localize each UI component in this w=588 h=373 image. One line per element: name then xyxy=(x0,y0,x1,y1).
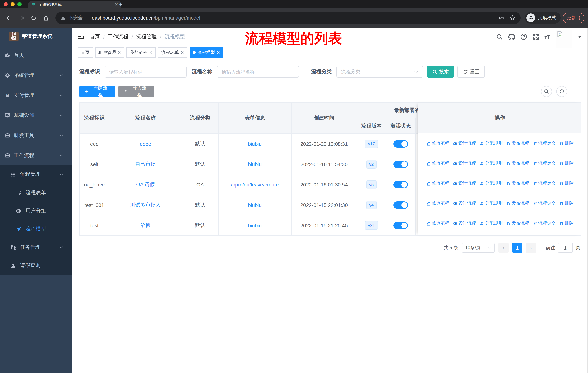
delete-process-link[interactable]: 删除 xyxy=(559,220,574,227)
process-name-link[interactable]: 滔博 xyxy=(140,222,151,228)
tag-process-model[interactable]: 流程模型✕ xyxy=(189,47,223,58)
caret-down-icon[interactable] xyxy=(578,36,581,38)
search-button[interactable]: 搜索 xyxy=(427,66,454,78)
tag-close-icon[interactable]: ✕ xyxy=(149,50,152,55)
current-page-button[interactable]: 1 xyxy=(512,242,522,253)
deploy-process-link[interactable]: 发布流程 xyxy=(506,180,529,186)
design-process-link[interactable]: 设计流程 xyxy=(452,200,476,206)
address-bar[interactable]: 不安全 dashboard.yudao.iocoder.cn/bpm/manag… xyxy=(55,12,521,24)
sidebar-collapse-icon[interactable] xyxy=(72,34,90,40)
maximize-window-button[interactable] xyxy=(18,2,21,6)
process-name-link[interactable]: 自己审批 xyxy=(135,161,156,167)
active-state-toggle[interactable] xyxy=(393,222,408,229)
sidebar-logo[interactable]: 芋道管理系统 xyxy=(0,28,72,45)
version-badge[interactable]: v2 xyxy=(366,160,377,169)
form-info-link[interactable]: biubiu xyxy=(248,222,262,228)
edit-process-link[interactable]: 修改流程 xyxy=(426,180,449,186)
bookmark-star-icon[interactable] xyxy=(510,15,515,21)
help-icon[interactable] xyxy=(520,33,527,40)
version-badge[interactable]: v21 xyxy=(365,221,378,230)
refresh-table-button[interactable] xyxy=(556,86,567,97)
edit-process-link[interactable]: 修改流程 xyxy=(426,220,449,227)
design-process-link[interactable]: 设计流程 xyxy=(452,220,476,227)
sidebar-item-user-group[interactable]: 用户分组 xyxy=(0,202,72,220)
tag-tenant[interactable]: 租户管理✕ xyxy=(95,47,124,58)
avatar[interactable] xyxy=(556,30,572,48)
next-page-button[interactable]: › xyxy=(526,242,536,253)
version-badge[interactable]: v4 xyxy=(366,201,377,209)
page-size-select[interactable]: 10条/页 xyxy=(462,242,495,253)
new-tab-button[interactable]: + xyxy=(119,1,122,7)
sidebar-item-devtools[interactable]: 研发工具 xyxy=(0,125,72,145)
assign-rule-link[interactable]: 分配规则 xyxy=(479,220,503,227)
forward-button[interactable] xyxy=(16,13,26,23)
version-badge[interactable]: v5 xyxy=(366,180,377,189)
edit-process-link[interactable]: 修改流程 xyxy=(426,140,449,146)
breadcrumb-workflow[interactable]: 工作流程 xyxy=(108,33,128,40)
assign-rule-link[interactable]: 分配规则 xyxy=(479,180,503,186)
assign-rule-link[interactable]: 分配规则 xyxy=(479,140,503,146)
process-name-link[interactable]: 测试多审批人 xyxy=(130,202,161,207)
import-process-button[interactable]: 导入流程 xyxy=(118,86,154,97)
sidebar-item-leave-query[interactable]: 请假查询 xyxy=(0,256,72,275)
process-definition-link[interactable]: 流程定义 xyxy=(532,220,556,227)
sidebar-item-process-model[interactable]: 流程模型 xyxy=(0,220,72,238)
create-process-button[interactable]: 新建流程 xyxy=(79,86,115,97)
sidebar-item-process-form[interactable]: 流程表单 xyxy=(0,184,72,202)
sidebar-item-infra[interactable]: 基础设施 xyxy=(0,105,72,125)
deploy-process-link[interactable]: 发布流程 xyxy=(506,220,529,227)
window-controls[interactable] xyxy=(4,2,21,6)
goto-page-input[interactable] xyxy=(558,242,573,253)
form-info-link[interactable]: biubiu xyxy=(248,202,262,208)
version-badge[interactable]: v17 xyxy=(365,139,378,148)
show-search-toggle-button[interactable] xyxy=(541,86,552,97)
process-name-link[interactable]: eeee xyxy=(140,141,151,147)
close-window-button[interactable] xyxy=(4,2,8,6)
active-state-toggle[interactable] xyxy=(393,181,408,188)
reset-button[interactable]: 重置 xyxy=(458,66,485,78)
browser-update-button[interactable]: 更新 xyxy=(563,13,584,23)
reload-button[interactable] xyxy=(28,13,39,23)
minimize-window-button[interactable] xyxy=(10,2,15,6)
prev-page-button[interactable]: ‹ xyxy=(498,242,509,253)
page-scrollbar[interactable] xyxy=(587,28,588,373)
process-definition-link[interactable]: 流程定义 xyxy=(532,180,556,186)
process-definition-link[interactable]: 流程定义 xyxy=(532,200,556,206)
assign-rule-link[interactable]: 分配规则 xyxy=(479,160,503,166)
design-process-link[interactable]: 设计流程 xyxy=(452,180,476,186)
github-icon[interactable] xyxy=(508,33,515,40)
tab-close-icon[interactable]: ✕ xyxy=(115,2,118,7)
tag-close-icon[interactable]: ✕ xyxy=(118,50,121,55)
design-process-link[interactable]: 设计流程 xyxy=(452,140,476,146)
search-icon[interactable] xyxy=(496,33,503,40)
active-state-toggle[interactable] xyxy=(393,161,408,168)
process-name-link[interactable]: OA 请假 xyxy=(136,181,155,187)
tag-close-icon[interactable]: ✕ xyxy=(181,50,184,55)
process-definition-link[interactable]: 流程定义 xyxy=(532,140,556,146)
delete-process-link[interactable]: 删除 xyxy=(559,180,574,186)
browser-tab[interactable]: 芋道管理系统 ✕ xyxy=(28,1,121,8)
design-process-link[interactable]: 设计流程 xyxy=(452,160,476,166)
deploy-process-link[interactable]: 发布流程 xyxy=(506,160,529,166)
back-button[interactable] xyxy=(4,13,14,23)
delete-process-link[interactable]: 删除 xyxy=(559,140,574,146)
sidebar-item-payment[interactable]: ¥ 支付管理 xyxy=(0,85,72,105)
font-size-icon[interactable]: TT xyxy=(545,34,550,40)
tag-close-icon[interactable]: ✕ xyxy=(217,50,220,55)
sidebar-item-task-mgmt[interactable]: 任务管理 xyxy=(0,238,72,256)
key-icon[interactable] xyxy=(499,15,504,21)
deploy-process-link[interactable]: 发布流程 xyxy=(506,200,529,206)
sidebar-item-workflow[interactable]: 工作流程 xyxy=(0,145,72,165)
process-key-input[interactable] xyxy=(105,66,187,78)
form-info-link[interactable]: /bpm/oa/leave/create xyxy=(231,181,279,187)
assign-rule-link[interactable]: 分配规则 xyxy=(479,200,503,206)
process-category-select[interactable]: 流程分类 xyxy=(336,66,423,78)
breadcrumb-process-mgmt[interactable]: 流程管理 xyxy=(136,33,157,40)
browser-menu-dots-icon[interactable] xyxy=(579,15,580,20)
sidebar-item-system[interactable]: 系统管理 xyxy=(0,65,72,85)
tag-my-process[interactable]: 我的流程✕ xyxy=(126,47,156,58)
edit-process-link[interactable]: 修改流程 xyxy=(426,160,449,166)
tag-process-form[interactable]: 流程表单✕ xyxy=(158,47,187,58)
delete-process-link[interactable]: 删除 xyxy=(559,200,574,206)
breadcrumb-home[interactable]: 首页 xyxy=(90,33,100,40)
